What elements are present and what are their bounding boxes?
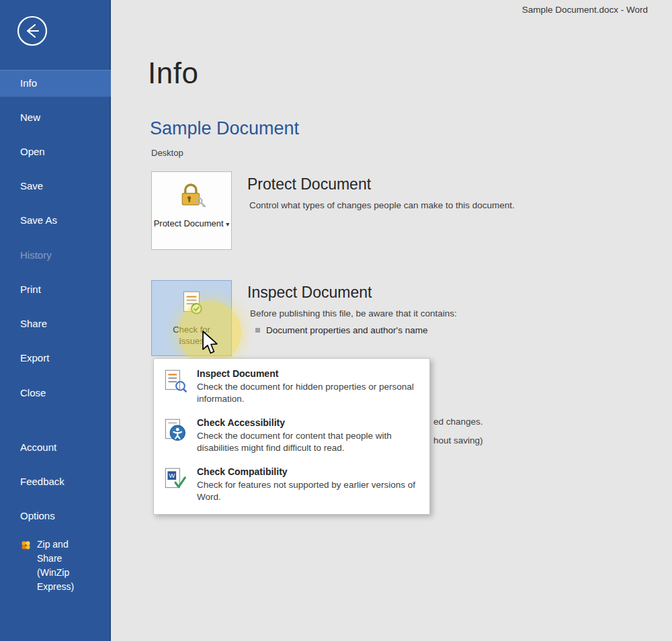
- sidebar-item-feedback[interactable]: Feedback: [0, 468, 111, 495]
- manage-document-fragment-1: ed changes.: [433, 417, 483, 427]
- inspect-bullet-text: Document properties and author's name: [266, 325, 427, 335]
- menu-item-body: Inspect Document Check the document for …: [197, 368, 419, 405]
- manage-document-fragment-2: hout saving): [433, 435, 483, 445]
- square-bullet-icon: [255, 328, 260, 333]
- sidebar-item-history: History: [0, 242, 111, 269]
- protect-button-label: Protect Document ▾: [154, 218, 230, 230]
- check-for-issues-label: Check for Issues: [167, 324, 216, 347]
- accessibility-person-icon: [162, 417, 189, 454]
- document-title: Sample Document: [150, 118, 299, 139]
- menu-item-check-compatibility[interactable]: W Check Compatibility Check for features…: [154, 461, 429, 510]
- backstage-sidebar: Info New Open Save Save As History Print…: [0, 0, 111, 641]
- winzip-pinwheel-icon: [20, 538, 32, 594]
- back-arrow-circle-icon: [16, 38, 48, 49]
- word-backstage-view: Sample Document.docx - Word Info New Ope…: [0, 0, 672, 641]
- menu-item-title: Check Accessibility: [197, 417, 419, 428]
- lock-and-key-icon: [176, 180, 207, 214]
- menu-item-title: Check Compatibility: [197, 466, 419, 477]
- menu-item-description: Check for features not supported by earl…: [197, 479, 419, 503]
- sidebar-item-zip-and-share[interactable]: Zip and Share (WinZip Express): [0, 538, 111, 594]
- document-magnifier-icon: [162, 368, 189, 405]
- check-for-issues-menu: Inspect Document Check the document for …: [153, 358, 430, 515]
- menu-item-description: Check the document for hidden properties…: [197, 381, 419, 405]
- protect-document-button[interactable]: Protect Document ▾: [151, 171, 232, 250]
- sidebar-item-save[interactable]: Save: [0, 173, 111, 200]
- menu-item-title: Inspect Document: [197, 368, 419, 379]
- menu-item-body: Check Accessibility Check the document f…: [197, 417, 419, 454]
- sidebar-item-open[interactable]: Open: [0, 138, 111, 165]
- sidebar-item-new[interactable]: New: [0, 104, 111, 131]
- sidebar-item-share[interactable]: Share: [0, 310, 111, 337]
- menu-item-description: Check the document for content that peop…: [197, 430, 419, 454]
- menu-item-check-accessibility[interactable]: Check Accessibility Check the document f…: [154, 412, 429, 461]
- document-check-icon: [177, 289, 206, 320]
- inspect-section-heading: Inspect Document: [247, 284, 372, 302]
- sidebar-item-options[interactable]: Options: [0, 503, 111, 529]
- info-page: Info Sample Document Desktop Protect Doc…: [112, 0, 672, 641]
- svg-text:W: W: [169, 472, 175, 479]
- sidebar-item-info[interactable]: Info: [0, 70, 111, 97]
- menu-item-body: Check Compatibility Check for features n…: [197, 466, 419, 503]
- menu-item-inspect-document[interactable]: Inspect Document Check the document for …: [154, 363, 429, 412]
- dropdown-arrow-icon: ▾: [226, 220, 229, 228]
- sidebar-item-label: Zip and Share (WinZip Express): [37, 538, 89, 594]
- sidebar-item-print[interactable]: Print: [0, 276, 111, 303]
- inspect-section-intro: Before publishing this file, be aware th…: [250, 308, 457, 318]
- protect-section-description: Control what types of changes people can…: [249, 200, 515, 210]
- check-for-issues-button[interactable]: Check for Issues: [151, 280, 232, 356]
- sidebar-item-save-as[interactable]: Save As: [0, 207, 111, 234]
- document-location: Desktop: [151, 148, 183, 158]
- word-page-check-icon: W: [162, 466, 189, 503]
- sidebar-item-account[interactable]: Account: [0, 434, 111, 461]
- inspect-bullet-row: Document properties and author's name: [255, 325, 427, 335]
- protect-section-heading: Protect Document: [247, 175, 371, 194]
- sidebar-item-close[interactable]: Close: [0, 380, 111, 407]
- back-button[interactable]: [16, 15, 48, 47]
- page-title: Info: [148, 56, 198, 90]
- protect-button-text: Protect Document: [154, 218, 224, 228]
- sidebar-item-export[interactable]: Export: [0, 345, 111, 372]
